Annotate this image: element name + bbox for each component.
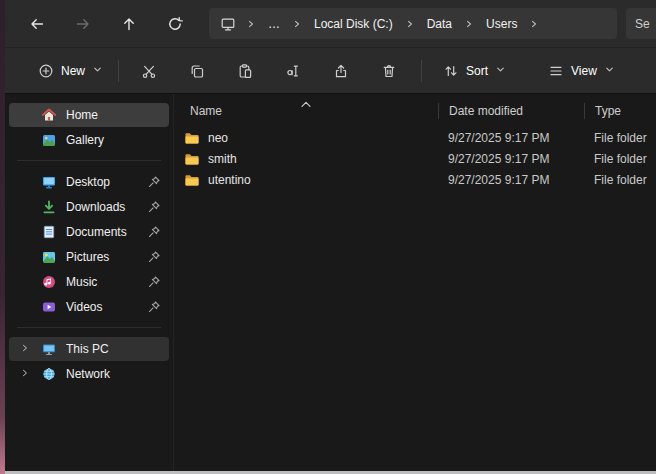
up-button[interactable]: [109, 7, 149, 41]
chevron-right-icon: [404, 18, 416, 30]
more-options-button[interactable]: [646, 54, 656, 88]
breadcrumb-chevron[interactable]: [289, 11, 305, 36]
sidebar-item-music[interactable]: Music: [9, 270, 169, 294]
sort-button[interactable]: Sort: [432, 54, 517, 88]
breadcrumb-chevron[interactable]: [526, 11, 542, 36]
sidebar-item-gallery[interactable]: Gallery: [9, 128, 169, 152]
refresh-button[interactable]: [155, 7, 195, 41]
network-icon: [41, 366, 57, 382]
share-icon: [333, 63, 349, 79]
copy-button[interactable]: [177, 54, 217, 88]
file-date-cell: 9/27/2025 9:17 PM: [438, 173, 584, 187]
sidebar-item-documents[interactable]: Documents: [9, 220, 169, 244]
search-input[interactable]: Se: [626, 8, 656, 39]
expand-chevron-icon[interactable]: [18, 366, 32, 380]
rename-icon: [285, 63, 301, 79]
pin-icon: [147, 275, 161, 289]
cut-icon: [141, 63, 157, 79]
breadcrumb-item-local-disk[interactable]: Local Disk (C:): [305, 11, 402, 36]
file-type-cell: File folder: [584, 131, 656, 145]
command-bar: New Sort View: [5, 48, 656, 94]
documents-icon: [41, 224, 57, 240]
gallery-icon: [41, 132, 57, 148]
back-button[interactable]: [17, 7, 57, 41]
file-date-cell: 9/27/2025 9:17 PM: [438, 131, 584, 145]
file-type-cell: File folder: [584, 152, 656, 166]
paste-icon: [237, 63, 253, 79]
breadcrumb-location-button[interactable]: [213, 11, 243, 36]
address-bar[interactable]: … Local Disk (C:) Data Users: [209, 8, 617, 39]
sidebar-item-downloads[interactable]: Downloads: [9, 195, 169, 219]
file-name-cell: neo: [174, 130, 438, 146]
file-name-cell: smith: [174, 151, 438, 167]
navigation-bar: … Local Disk (C:) Data Users Se: [5, 0, 656, 48]
navigation-pane: Home Gallery Desktop: [5, 94, 173, 471]
chevron-down-icon: [92, 64, 103, 78]
folder-icon: [184, 151, 200, 167]
sidebar-item-label: Music: [66, 275, 147, 289]
sort-ascending-icon: [300, 97, 312, 111]
file-name-text: smith: [208, 152, 237, 166]
column-headers: Name Date modified Type: [174, 100, 656, 122]
sidebar-item-label: Videos: [66, 300, 147, 314]
breadcrumb-item-data[interactable]: Data: [418, 11, 461, 36]
paste-button[interactable]: [225, 54, 265, 88]
sidebar-item-label: Gallery: [66, 133, 169, 147]
sort-icon: [443, 63, 459, 79]
sidebar-separator: [17, 160, 161, 161]
file-rows: neo 9/27/2025 9:17 PM File folder smith …: [174, 127, 656, 190]
pictures-icon: [41, 249, 57, 265]
sidebar-item-home[interactable]: Home: [9, 103, 169, 127]
chevron-right-icon: [245, 18, 257, 30]
cut-button[interactable]: [129, 54, 169, 88]
column-header-date-modified[interactable]: Date modified: [438, 103, 584, 119]
column-header-type[interactable]: Type: [584, 103, 656, 119]
desktop-icon: [41, 174, 57, 190]
new-plus-icon: [38, 63, 54, 79]
sort-button-label: Sort: [466, 64, 488, 78]
sidebar-item-label: Downloads: [66, 200, 147, 214]
sidebar-item-label: Home: [66, 108, 169, 122]
breadcrumb-chevron[interactable]: [402, 11, 418, 36]
folder-icon: [184, 130, 200, 146]
file-row-smith[interactable]: smith 9/27/2025 9:17 PM File folder: [174, 148, 656, 169]
file-row-utentino[interactable]: utentino 9/27/2025 9:17 PM File folder: [174, 169, 656, 190]
pin-icon: [147, 300, 161, 314]
sidebar-item-label: Documents: [66, 225, 147, 239]
forward-icon: [75, 16, 91, 32]
view-icon: [548, 63, 564, 79]
chevron-down-icon: [604, 64, 615, 78]
sidebar-item-network[interactable]: Network: [9, 362, 169, 386]
file-name-cell: utentino: [174, 172, 438, 188]
pin-icon: [147, 225, 161, 239]
forward-button[interactable]: [63, 7, 103, 41]
rename-button[interactable]: [273, 54, 313, 88]
work-area: Home Gallery Desktop: [5, 94, 656, 471]
this-pc-icon: [41, 341, 57, 357]
downloads-icon: [41, 199, 57, 215]
breadcrumb-chevron[interactable]: [461, 11, 477, 36]
share-button[interactable]: [321, 54, 361, 88]
breadcrumb-item-users[interactable]: Users: [477, 11, 526, 36]
sidebar-item-this-pc[interactable]: This PC: [9, 337, 169, 361]
sidebar-item-desktop[interactable]: Desktop: [9, 170, 169, 194]
delete-button[interactable]: [369, 54, 409, 88]
sidebar-item-pictures[interactable]: Pictures: [9, 245, 169, 269]
up-icon: [121, 16, 137, 32]
new-button-label: New: [61, 64, 85, 78]
view-button[interactable]: View: [537, 54, 626, 88]
file-row-neo[interactable]: neo 9/27/2025 9:17 PM File folder: [174, 127, 656, 148]
expand-chevron-icon[interactable]: [18, 341, 32, 355]
sidebar-separator: [17, 327, 161, 328]
new-button[interactable]: New: [27, 54, 114, 88]
back-icon: [29, 16, 45, 32]
file-name-text: utentino: [208, 173, 251, 187]
chevron-right-icon: [528, 18, 540, 30]
breadcrumb-overflow-button[interactable]: …: [259, 11, 289, 36]
home-icon: [41, 107, 57, 123]
background-window-edge: [0, 0, 5, 474]
refresh-icon: [167, 16, 183, 32]
breadcrumb-chevron[interactable]: [243, 11, 259, 36]
sidebar-item-videos[interactable]: Videos: [9, 295, 169, 319]
folder-icon: [184, 172, 200, 188]
